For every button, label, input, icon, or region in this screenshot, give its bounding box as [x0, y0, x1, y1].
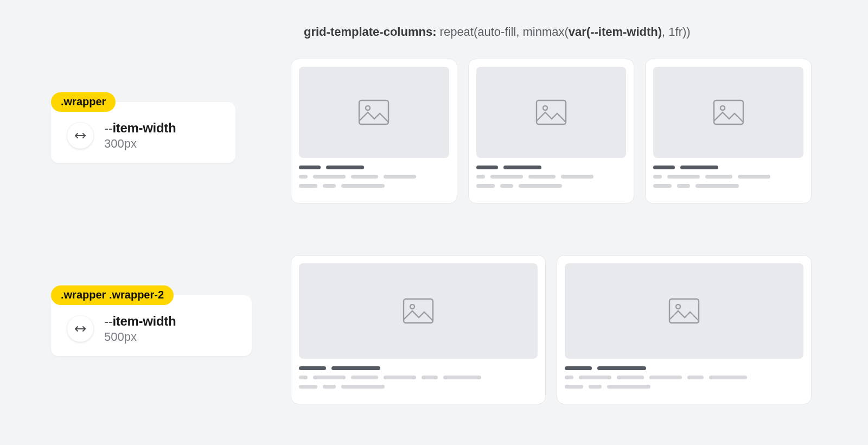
svg-rect-4 — [714, 100, 743, 124]
card-meta — [299, 166, 449, 193]
image-placeholder-icon — [535, 99, 567, 125]
css-value-after: , 1fr)) — [662, 25, 691, 39]
selector-card-wrapper-2: .wrapper .wrapper-2 --item-width 500px — [51, 295, 252, 356]
svg-point-7 — [410, 304, 414, 309]
svg-point-9 — [676, 304, 680, 309]
card-thumbnail — [299, 263, 538, 359]
svg-rect-0 — [359, 100, 388, 124]
selector-pill: .wrapper — [51, 92, 116, 112]
svg-rect-2 — [537, 100, 566, 124]
selector-card-wrapper: .wrapper --item-width 300px — [51, 102, 235, 163]
card-meta — [653, 166, 803, 193]
property-row: --item-width 300px — [67, 120, 219, 151]
card-thumbnail — [476, 67, 627, 158]
svg-point-3 — [543, 106, 547, 110]
css-value-before: repeat(auto-fill, minmax( — [436, 25, 568, 39]
css-variable-name: --item-width — [104, 314, 176, 329]
horizontal-arrows-icon — [67, 123, 93, 149]
css-variable-value: 300px — [104, 137, 176, 151]
card-thumbnail — [565, 263, 803, 359]
card-meta — [476, 166, 627, 193]
horizontal-arrows-icon — [67, 316, 93, 342]
card-meta — [299, 366, 538, 394]
grid-card — [291, 255, 546, 404]
css-property: grid-template-columns: — [304, 25, 436, 39]
card-thumbnail — [653, 67, 803, 158]
card-thumbnail — [299, 67, 449, 158]
grid-wrapper-500 — [291, 255, 812, 404]
css-variable-value: 500px — [104, 330, 176, 344]
grid-card — [291, 59, 457, 204]
svg-rect-8 — [669, 299, 699, 323]
css-var-token: var(--item-width) — [569, 25, 662, 39]
grid-wrapper-300 — [291, 59, 812, 204]
image-placeholder-icon — [668, 298, 700, 324]
image-placeholder-icon — [713, 99, 744, 125]
image-placeholder-icon — [403, 298, 434, 324]
image-placeholder-icon — [358, 99, 390, 125]
selector-pill: .wrapper .wrapper-2 — [51, 285, 174, 305]
grid-card — [557, 255, 812, 404]
svg-point-1 — [366, 106, 370, 110]
grid-card — [645, 59, 812, 204]
grid-card — [468, 59, 635, 204]
css-variable-name: --item-width — [104, 120, 176, 136]
card-meta — [565, 366, 803, 394]
property-row: --item-width 500px — [67, 314, 235, 344]
css-property-line: grid-template-columns: repeat(auto-fill,… — [304, 25, 691, 39]
svg-rect-6 — [404, 299, 433, 323]
svg-point-5 — [720, 106, 725, 110]
